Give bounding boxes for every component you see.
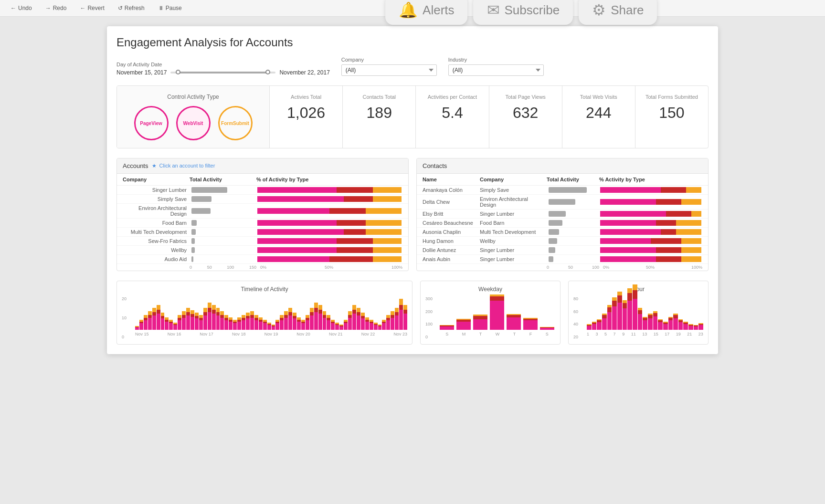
timeline-bar-19 bbox=[216, 308, 220, 330]
hour-bar-16 bbox=[668, 317, 673, 330]
revert-icon: ← bbox=[80, 5, 85, 11]
timeline-bar-3 bbox=[148, 311, 152, 330]
date-end: November 22, 2017 bbox=[279, 69, 329, 76]
weekday-bar-2 bbox=[473, 315, 487, 330]
pageview-circle[interactable]: PageView bbox=[134, 106, 169, 140]
timeline-bar-39 bbox=[301, 320, 305, 330]
kpi-metric-value-1: 189 bbox=[349, 104, 410, 122]
contacts-row-0[interactable]: Amankaya Colón Simply Save bbox=[417, 186, 708, 195]
timeline-bar-60 bbox=[391, 311, 394, 330]
hour-bar-18 bbox=[678, 319, 683, 330]
revert-label: Revert bbox=[87, 5, 104, 11]
kpi-metric-label-1: Contacts Total bbox=[349, 94, 410, 100]
timeline-bar-57 bbox=[378, 325, 382, 330]
accounts-x-axis: 050100150 0%50%100% bbox=[117, 264, 408, 271]
hour-bar-8 bbox=[627, 288, 632, 330]
weekday-title: Weekday bbox=[425, 286, 555, 293]
timeline-bar-50 bbox=[348, 311, 352, 330]
timeline-bar-15 bbox=[199, 315, 203, 330]
redo-button[interactable]: → Redo bbox=[42, 4, 70, 12]
webvisit-circle[interactable]: WebVisit bbox=[176, 106, 211, 140]
kpi-metric-5: Total Forms Submitted 150 bbox=[635, 86, 708, 148]
undo-label: Undo bbox=[18, 5, 32, 11]
kpi-metric-3: Total Page Views 632 bbox=[489, 86, 562, 148]
contacts-row-3[interactable]: Cesáreo Beauchesne Food Barn bbox=[417, 219, 708, 228]
kpi-control-title: Control Activity Type bbox=[125, 94, 262, 100]
timeline-bar-1 bbox=[139, 320, 143, 330]
accounts-row-4[interactable]: Multi Tech Development bbox=[117, 228, 408, 237]
accounts-row-2[interactable]: Environ Architectural Design bbox=[117, 204, 408, 219]
timeline-bar-0 bbox=[135, 326, 139, 330]
contacts-row-5[interactable]: Hung Damon Wellby bbox=[417, 237, 708, 246]
timeline-bar-28 bbox=[254, 315, 258, 330]
industry-select[interactable]: (All) bbox=[448, 64, 544, 76]
company-filter-group: Company (All) bbox=[341, 57, 437, 76]
contacts-row-6[interactable]: Dollie Antunez Singer Lumber bbox=[417, 246, 708, 255]
bell-icon: 🔔 bbox=[399, 1, 418, 19]
accounts-title: Accounts bbox=[123, 162, 148, 169]
hour-bar-22 bbox=[698, 323, 703, 330]
hour-bar-9 bbox=[633, 284, 637, 330]
hour-bar-1 bbox=[592, 322, 597, 330]
alerts-button[interactable]: 🔔 Alerts bbox=[385, 0, 467, 25]
redo-arrow-icon: → bbox=[45, 5, 51, 11]
accounts-row-6[interactable]: Wellby bbox=[117, 246, 408, 255]
timeline-bar-48 bbox=[339, 325, 343, 330]
refresh-button[interactable]: ↺ Refresh bbox=[115, 4, 148, 12]
dashboard-title: Engagement Analysis for Accounts bbox=[116, 36, 709, 49]
dashboard: Engagement Analysis for Accounts Day of … bbox=[107, 26, 718, 354]
charts-row: Timeline of Activity 20100 bbox=[116, 281, 709, 345]
timeline-bar-32 bbox=[272, 325, 275, 330]
accounts-row-1[interactable]: Simply Save bbox=[117, 195, 408, 204]
timeline-bar-36 bbox=[288, 308, 292, 330]
revert-button[interactable]: ← Revert bbox=[77, 4, 107, 12]
company-select[interactable]: (All) bbox=[341, 64, 437, 76]
pause-button[interactable]: ⏸ Pause bbox=[155, 4, 185, 12]
timeline-bar-22 bbox=[229, 317, 233, 330]
timeline-bar-11 bbox=[182, 311, 186, 330]
contacts-row-1[interactable]: Delta Chew Environ Architectural Design bbox=[417, 195, 708, 210]
timeline-bar-52 bbox=[357, 308, 360, 330]
contacts-row-7[interactable]: Anais Aubin Singer Lumber bbox=[417, 255, 708, 264]
tables-row: Accounts ★ Click an account to filter Co… bbox=[116, 158, 709, 271]
weekday-bar-6 bbox=[540, 327, 554, 330]
contacts-row-4[interactable]: Ausonia Chaplin Multi Tech Development bbox=[417, 228, 708, 237]
timeline-bar-21 bbox=[224, 315, 228, 330]
accounts-row-3[interactable]: Food Barn bbox=[117, 219, 408, 228]
formsubmit-circle[interactable]: FormSubmit bbox=[218, 106, 253, 140]
pause-label: Pause bbox=[166, 5, 182, 11]
kpi-control: Control Activity Type PageView WebVisit … bbox=[117, 86, 270, 148]
weekday-chart: Weekday 3002001000 bbox=[420, 281, 561, 345]
accounts-row-7[interactable]: Audio Aid bbox=[117, 255, 408, 264]
kpi-metric-4: Total Web Visits 244 bbox=[562, 86, 635, 148]
contacts-x-axis: 050100 0%50%100% bbox=[417, 264, 708, 271]
timeline-bar-47 bbox=[335, 323, 339, 330]
accounts-row-5[interactable]: Sew-Fro Fabrics bbox=[117, 237, 408, 246]
date-slider[interactable] bbox=[170, 72, 275, 74]
timeline-bar-12 bbox=[186, 308, 190, 330]
hour-bar-4 bbox=[607, 305, 612, 330]
refresh-label: Refresh bbox=[125, 5, 145, 11]
kpi-metrics: Activies Total 1,026 Contacts Total 189 … bbox=[270, 86, 708, 148]
undo-button[interactable]: ← Undo bbox=[8, 4, 35, 12]
accounts-row-0[interactable]: Singer Lumber bbox=[117, 186, 408, 195]
mail-icon: ✉ bbox=[487, 1, 500, 19]
accounts-col-company: Company bbox=[123, 177, 190, 182]
timeline-bar-42 bbox=[314, 303, 318, 330]
timeline-bar-27 bbox=[250, 311, 254, 330]
timeline-bar-10 bbox=[178, 315, 181, 330]
timeline-bar-7 bbox=[165, 317, 169, 330]
subscribe-button[interactable]: ✉ Subscribe bbox=[474, 0, 573, 25]
kpi-metric-label-2: Activities per Contact bbox=[422, 94, 483, 100]
kpi-metric-2: Activities per Contact 5.4 bbox=[416, 86, 489, 148]
weekday-bar-5 bbox=[523, 318, 538, 330]
share-button[interactable]: ⚙ Share bbox=[579, 0, 657, 25]
share-icon: ⚙ bbox=[592, 1, 606, 19]
contacts-row-2[interactable]: Elsy Britt Singer Lumber bbox=[417, 210, 708, 219]
weekday-y-labels: 3002001000 bbox=[425, 296, 437, 339]
hour-bar-2 bbox=[597, 319, 602, 330]
timeline-bar-8 bbox=[169, 320, 173, 330]
company-filter-label: Company bbox=[341, 57, 437, 63]
hour-bar-20 bbox=[688, 324, 693, 330]
timeline-bar-18 bbox=[212, 305, 216, 330]
